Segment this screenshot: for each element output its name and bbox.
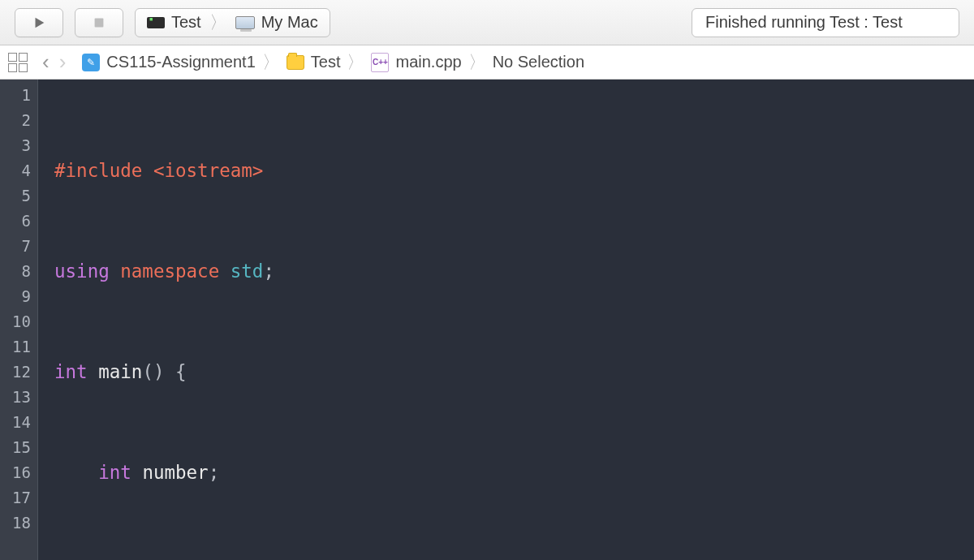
scheme-name: Test [171,13,201,32]
scheme-selector[interactable]: Test 〉 My Mac [135,8,330,37]
line-number: 12 [0,360,31,385]
nav-back-button[interactable]: ‹ [37,50,54,75]
line-number: 10 [0,309,31,334]
line-number: 8 [0,259,31,284]
nav-forward-button[interactable]: › [54,50,71,75]
play-icon [32,15,46,30]
line-number: 13 [0,385,31,410]
svg-marker-0 [36,17,45,28]
status-text: Finished running Test : Test [705,13,903,32]
cpp-file-icon: C++ [371,53,389,72]
svg-rect-1 [95,18,104,27]
line-number: 14 [0,410,31,435]
stop-button[interactable] [75,8,123,37]
crumb-project[interactable]: CS115-Assignment1 [106,53,255,71]
line-number: 4 [0,158,31,183]
line-number: 15 [0,435,31,460]
crumb-folder[interactable]: Test [311,53,341,71]
code-area[interactable]: #include <iostream> using namespace std;… [38,80,974,560]
chevron-right-icon: 〉 [468,50,486,75]
line-number: 2 [0,108,31,133]
line-number: 18 [0,510,31,536]
line-number: 1 [0,83,31,108]
run-button[interactable] [15,8,63,37]
line-number: 11 [0,334,31,360]
activity-status[interactable]: Finished running Test : Test [692,8,959,37]
crumb-file[interactable]: main.cpp [395,53,461,71]
crumb-selection[interactable]: No Selection [493,53,584,71]
line-number: 3 [0,133,31,158]
related-items-icon[interactable] [8,53,28,72]
line-number: 5 [0,183,31,209]
code-editor[interactable]: 1 2 3 4 5 6 7 8 9 10 11 12 13 14 15 16 1… [0,80,974,560]
line-number: 7 [0,234,31,259]
chevron-right-icon: 〉 [262,50,280,75]
line-number: 9 [0,284,31,309]
stop-icon [92,15,106,30]
line-number: 17 [0,485,31,510]
chevron-right-icon: 〉 [347,50,364,75]
line-number: 16 [0,460,31,485]
jump-bar: ‹ › CS115-Assignment1 〉 Test 〉 C++ main.… [0,45,974,80]
toolbar: Test 〉 My Mac Finished running Test : Te… [0,0,974,45]
mac-icon [235,16,255,29]
line-number: 6 [0,209,31,234]
line-gutter: 1 2 3 4 5 6 7 8 9 10 11 12 13 14 15 16 1… [0,80,38,560]
folder-icon [287,55,304,70]
target-icon [147,17,165,28]
chevron-right-icon: 〉 [209,11,227,35]
project-icon [82,54,100,71]
destination-name: My Mac [261,13,318,32]
